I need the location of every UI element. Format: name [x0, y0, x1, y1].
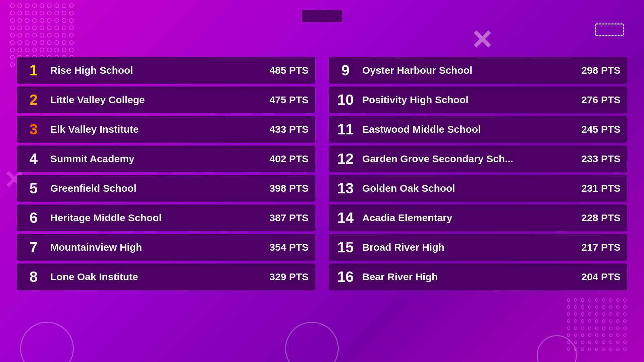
rank-number: 7: [23, 239, 44, 256]
points-value: 233 PTS: [581, 153, 621, 165]
leaderboard-content: 1Rise High School485 PTS2Little Valley C…: [17, 57, 627, 290]
rank-number: 5: [23, 180, 44, 197]
rank-number: 3: [23, 121, 44, 138]
logo-box: [595, 23, 624, 36]
rank-number: 16: [335, 268, 356, 285]
school-name: Positivity High School: [362, 94, 581, 106]
school-name: Elk Valley Institute: [50, 124, 269, 135]
table-row: 12Garden Grove Secondary Sch...233 PTS: [329, 145, 627, 172]
points-value: 387 PTS: [269, 212, 309, 224]
rank-number: 2: [23, 92, 44, 108]
table-row: 16Bear River High204 PTS: [329, 263, 627, 290]
school-name: Bear River High: [362, 271, 581, 283]
title-box: [302, 10, 342, 22]
school-name: Lone Oak Institute: [50, 271, 269, 283]
table-row: 9Oyster Harbour School298 PTS: [329, 57, 627, 84]
rank-number: 4: [23, 150, 44, 167]
points-value: 217 PTS: [581, 242, 621, 253]
table-row: 14Acadia Elementary228 PTS: [329, 204, 627, 231]
school-name: Summit Academy: [50, 153, 269, 165]
points-value: 276 PTS: [581, 94, 621, 106]
rank-number: 10: [335, 92, 356, 108]
school-name: Golden Oak School: [362, 183, 581, 194]
points-value: 329 PTS: [269, 271, 309, 283]
points-value: 433 PTS: [269, 124, 309, 135]
rank-number: 15: [335, 239, 356, 256]
points-value: 475 PTS: [269, 94, 309, 106]
x-decoration-top-right: ✕: [471, 27, 493, 54]
points-value: 245 PTS: [581, 124, 621, 135]
points-value: 204 PTS: [581, 271, 621, 283]
rank-number: 6: [23, 209, 44, 226]
rank-number: 8: [23, 268, 44, 285]
table-row: 15Broad River High217 PTS: [329, 234, 627, 261]
table-row: 7Mountainview High354 PTS: [17, 234, 315, 261]
table-row: 11Eastwood Middle School245 PTS: [329, 116, 627, 143]
points-value: 402 PTS: [269, 153, 309, 165]
table-row: 1Rise High School485 PTS: [17, 57, 315, 84]
school-name: Mountainview High: [50, 242, 269, 253]
table-row: 5Greenfield School398 PTS: [17, 175, 315, 202]
school-name: Acadia Elementary: [362, 212, 581, 224]
points-value: 398 PTS: [269, 183, 309, 194]
table-row: 10Positivity High School276 PTS: [329, 86, 627, 113]
circle-decoration-bottom-center: [285, 322, 339, 362]
school-name: Little Valley College: [50, 94, 269, 106]
header: [0, 10, 644, 22]
points-value: 228 PTS: [581, 212, 621, 224]
rank-number: 9: [335, 62, 356, 79]
rank-number: 12: [335, 150, 356, 167]
school-name: Broad River High: [362, 242, 581, 253]
rank-number: 11: [335, 121, 356, 138]
decorative-dots-bottom-right: [567, 298, 634, 359]
rank-number: 13: [335, 180, 356, 197]
leaderboard-left-column: 1Rise High School485 PTS2Little Valley C…: [17, 57, 315, 290]
points-value: 354 PTS: [269, 242, 309, 253]
table-row: 3Elk Valley Institute433 PTS: [17, 116, 315, 143]
table-row: 8Lone Oak Institute329 PTS: [17, 263, 315, 290]
table-row: 13Golden Oak School231 PTS: [329, 175, 627, 202]
school-name: Rise High School: [50, 65, 269, 76]
rank-number: 1: [23, 62, 44, 79]
points-value: 485 PTS: [269, 65, 309, 76]
table-row: 6Heritage Middle School387 PTS: [17, 204, 315, 231]
leaderboard-right-column: 9Oyster Harbour School298 PTS10Positivit…: [329, 57, 627, 290]
points-value: 231 PTS: [581, 183, 621, 194]
table-row: 2Little Valley College475 PTS: [17, 86, 315, 113]
school-name: Heritage Middle School: [50, 212, 269, 224]
school-name: Eastwood Middle School: [362, 124, 581, 135]
circle-decoration-bottom-left: [20, 322, 74, 362]
school-name: Garden Grove Secondary Sch...: [362, 153, 581, 165]
table-row: 4Summit Academy402 PTS: [17, 145, 315, 172]
rank-number: 14: [335, 209, 356, 226]
school-name: Oyster Harbour School: [362, 65, 581, 76]
points-value: 298 PTS: [581, 65, 621, 76]
school-name: Greenfield School: [50, 183, 269, 194]
